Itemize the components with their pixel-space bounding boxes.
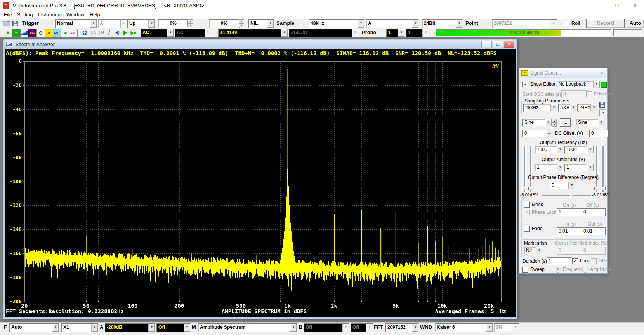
modulation-select[interactable]: NIL▾ bbox=[524, 247, 543, 255]
balance-slider[interactable] bbox=[542, 195, 591, 196]
checkbox-box[interactable] bbox=[564, 21, 569, 26]
chevron-down-icon[interactable]: ▾ bbox=[590, 104, 597, 111]
play-output-icon[interactable]: ▶o bbox=[130, 29, 137, 36]
checkbox-box[interactable] bbox=[524, 202, 530, 208]
chevron-down-icon[interactable]: ▾ bbox=[570, 104, 576, 111]
siggen-save-icon[interactable] bbox=[599, 102, 605, 108]
chevron-down-icon[interactable]: ▾ bbox=[456, 20, 462, 28]
chevron-down-icon[interactable]: ▾ bbox=[412, 324, 418, 332]
mask-checkbox[interactable]: Mask bbox=[524, 202, 543, 207]
speaker-icon[interactable]: ◀) bbox=[113, 29, 121, 36]
spin-down-icon[interactable]: ▾ bbox=[239, 23, 244, 27]
spin-down-icon[interactable]: ▾ bbox=[552, 123, 557, 127]
minimize-button[interactable]: — bbox=[590, 0, 608, 11]
spectrum-plot-canvas[interactable] bbox=[5, 58, 516, 311]
save-icon[interactable] bbox=[12, 21, 18, 26]
sample-rate-select[interactable]: 48kHz▾ bbox=[309, 19, 365, 28]
chevron-down-icon[interactable]: ▾ bbox=[167, 29, 174, 37]
dc-offset-a-input[interactable]: 0 bbox=[522, 130, 549, 137]
spin-up-icon[interactable]: ▴ bbox=[239, 19, 244, 23]
checkbox-box[interactable] bbox=[522, 267, 528, 273]
close-button[interactable]: × bbox=[626, 0, 644, 11]
trigger-delay-spinner[interactable]: ▴▾ bbox=[239, 19, 244, 27]
siggen-close-button[interactable]: × bbox=[598, 70, 606, 76]
chevron-down-icon[interactable]: ▾ bbox=[568, 182, 575, 189]
window-minimize-button[interactable]: — bbox=[481, 41, 492, 48]
spin-up-icon[interactable]: ▴ bbox=[187, 19, 193, 23]
spin-up-icon[interactable]: ▴ bbox=[547, 130, 551, 134]
coupling-a-select[interactable]: AC▾ bbox=[141, 29, 174, 37]
chevron-down-icon[interactable]: ▾ bbox=[52, 324, 59, 332]
level-b2-slider[interactable] bbox=[602, 146, 604, 192]
amp-b-select[interactable]: 1▾ bbox=[564, 164, 594, 172]
oscilloscope-icon[interactable]: ~ bbox=[12, 29, 21, 37]
freq-a-select[interactable]: 1000▾ bbox=[535, 146, 564, 154]
chevron-down-icon[interactable]: ▾ bbox=[557, 164, 563, 171]
menu-help[interactable]: Help bbox=[87, 11, 102, 18]
chevron-down-icon[interactable]: ▾ bbox=[184, 324, 190, 332]
run-icon[interactable]: ● bbox=[4, 29, 12, 36]
loop-checkbox[interactable]: ✓ Loop bbox=[572, 258, 590, 264]
siggen-minimize-button[interactable]: — bbox=[579, 70, 588, 76]
level-a1-slider-handle[interactable] bbox=[522, 187, 527, 190]
sweep-checkbox[interactable]: Sweep bbox=[522, 267, 545, 272]
chevron-down-icon[interactable]: ▾ bbox=[412, 20, 418, 28]
ddp-viewer-icon[interactable]: DDP bbox=[69, 29, 78, 37]
chevron-down-icon[interactable]: ▾ bbox=[486, 324, 493, 332]
duration-input[interactable]: 1 bbox=[547, 257, 571, 265]
trigger-reject-select[interactable]: NIL▾ bbox=[248, 19, 274, 28]
a-range-select[interactable]: -200dB▾ bbox=[105, 323, 155, 332]
level-a2-slider[interactable] bbox=[530, 146, 532, 192]
waveform-library-icon[interactable]: ≈ bbox=[599, 109, 606, 116]
level-a2-slider-handle[interactable] bbox=[528, 187, 533, 190]
loopback-select[interactable]: No Loopback▾ bbox=[557, 81, 600, 89]
mask-off-input[interactable]: 0 bbox=[582, 208, 606, 216]
signal-generator-icon[interactable]: ≈ bbox=[45, 29, 53, 37]
spin-down-icon[interactable]: ▾ bbox=[187, 23, 193, 27]
chevron-down-icon[interactable]: ▾ bbox=[281, 29, 288, 37]
show-editor-checkbox[interactable]: ✓ Show Editor bbox=[522, 82, 555, 87]
fade-checkbox[interactable]: Fade bbox=[524, 226, 542, 231]
window-restore-button[interactable]: □ bbox=[493, 41, 503, 48]
dc-offset-b-input[interactable]: 0 bbox=[589, 130, 608, 137]
input-device-icon[interactable]: Ω bbox=[81, 29, 89, 36]
checkbox-box[interactable]: ✓ bbox=[522, 82, 528, 87]
chevron-down-icon[interactable]: ▾ bbox=[91, 324, 98, 332]
freq-range-select[interactable]: Auto▾ bbox=[9, 323, 59, 332]
menu-window[interactable]: Window bbox=[64, 11, 87, 18]
maximize-button[interactable]: □ bbox=[608, 0, 626, 11]
chevron-down-icon[interactable]: ▾ bbox=[267, 20, 274, 28]
chevron-down-icon[interactable]: ▾ bbox=[557, 146, 563, 153]
menu-file[interactable]: File bbox=[2, 11, 14, 18]
fft-size-select[interactable]: 2097152▾ bbox=[385, 323, 419, 332]
chevron-down-icon[interactable]: ▾ bbox=[550, 104, 557, 111]
siggen-rate-select[interactable]: 48kHz▾ bbox=[523, 104, 557, 112]
chevron-down-icon[interactable]: ▾ bbox=[536, 247, 542, 254]
chevron-down-icon[interactable]: ▾ bbox=[545, 119, 552, 126]
level-a1-slider[interactable] bbox=[524, 146, 526, 192]
sample-bits-select[interactable]: 24Bit▾ bbox=[422, 19, 463, 28]
output-on-button[interactable] bbox=[601, 82, 607, 88]
balance-slider-handle[interactable] bbox=[570, 193, 573, 198]
open-icon[interactable] bbox=[3, 21, 10, 26]
wave-editor-button[interactable]: ... bbox=[560, 118, 571, 127]
menu-setting[interactable]: Setting bbox=[15, 11, 35, 18]
chevron-down-icon[interactable]: ▾ bbox=[398, 29, 404, 37]
sample-channel-select[interactable]: A▾ bbox=[366, 19, 419, 28]
chevron-down-icon[interactable]: ▾ bbox=[148, 324, 155, 332]
window-close-button[interactable]: × bbox=[504, 41, 514, 48]
mode-select[interactable]: Amplitude Spectrum▾ bbox=[198, 323, 297, 332]
phase-select[interactable]: 0▾ bbox=[550, 182, 575, 189]
siggen-restore-button[interactable]: □ bbox=[588, 70, 597, 76]
trigger-edge-select[interactable]: Up▾ bbox=[127, 19, 155, 28]
derived-data-icon[interactable]: ≈ bbox=[61, 29, 69, 37]
trigger-delay-field[interactable]: 0% bbox=[209, 19, 240, 28]
range-a-select[interactable]: ±1.414V▾ bbox=[218, 29, 288, 37]
device-test-plan-icon[interactable]: DUT bbox=[53, 29, 61, 37]
menu-instrument[interactable]: Instrument bbox=[36, 11, 64, 18]
fade-out-input[interactable]: 0.01 bbox=[582, 227, 606, 235]
spin-up-icon[interactable]: ▴ bbox=[552, 119, 557, 123]
a-shift-select[interactable]: Off▾ bbox=[156, 323, 191, 332]
dc-offset-spinner[interactable]: ▴▾ bbox=[547, 130, 551, 137]
wave-b-select[interactable]: Sine▾ bbox=[576, 119, 605, 127]
